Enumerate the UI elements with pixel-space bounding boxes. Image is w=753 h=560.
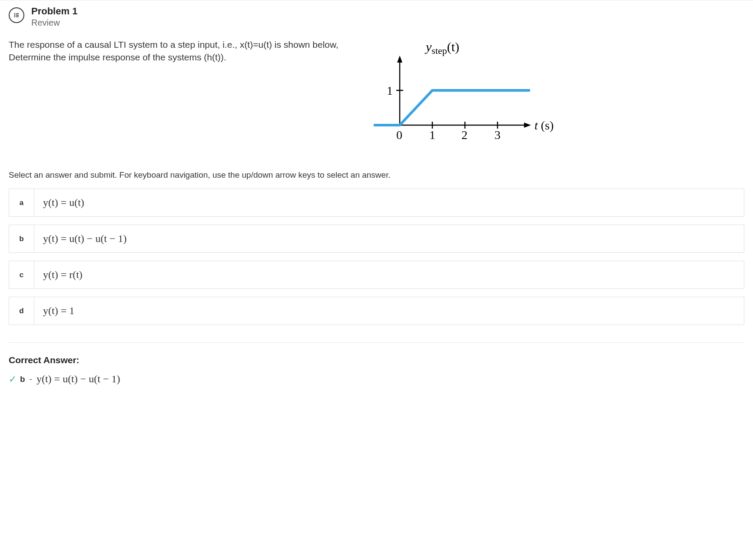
problem-header: Problem 1 Review xyxy=(9,6,744,28)
bullet-list-icon xyxy=(13,12,20,18)
correct-answer: ✓ b - y(t) = u(t) − u(t − 1) xyxy=(9,373,744,385)
svg-point-0 xyxy=(14,13,15,14)
x-axis-arrow-icon xyxy=(524,123,531,128)
y-axis-arrow-icon xyxy=(397,56,402,63)
option-c[interactable]: c y(t) = r(t) xyxy=(9,261,744,289)
svg-point-2 xyxy=(14,15,15,16)
correct-answer-dash: - xyxy=(30,374,32,384)
option-letter: c xyxy=(9,261,34,288)
y-tick-label: 1 xyxy=(387,84,393,97)
correct-answer-letter: b xyxy=(20,374,25,384)
correct-answer-label: Correct Answer: xyxy=(9,355,744,365)
graph-svg: ystep(t) 1 0 1 2 3 xyxy=(365,38,556,156)
instruction-text: Select an answer and submit. For keyboar… xyxy=(9,170,744,180)
svg-point-4 xyxy=(14,16,15,17)
option-b[interactable]: b y(t) = u(t) − u(t − 1) xyxy=(9,225,744,253)
divider xyxy=(9,342,744,343)
problem-title: Problem 1 xyxy=(31,6,77,17)
svg-rect-3 xyxy=(16,15,19,16)
question-line1: The response of a causal LTI system to a… xyxy=(9,40,338,50)
y-axis-label: ystep(t) xyxy=(425,40,459,56)
x-axis-label: t (s) xyxy=(534,119,554,132)
step-response-curve xyxy=(374,90,530,125)
x-tick-label-0: 0 xyxy=(396,128,402,142)
option-d[interactable]: d y(t) = 1 xyxy=(9,297,744,325)
question-line2: Determine the impulse response of the sy… xyxy=(9,52,226,62)
option-text: y(t) = 1 xyxy=(34,297,83,325)
problem-panel: Problem 1 Review The response of a causa… xyxy=(0,0,753,398)
svg-rect-5 xyxy=(16,17,19,17)
option-letter: a xyxy=(9,189,34,216)
options-list: a y(t) = u(t) b y(t) = u(t) − u(t − 1) c… xyxy=(9,189,744,325)
option-text: y(t) = u(t) − u(t − 1) xyxy=(34,225,136,252)
correct-answer-text: y(t) = u(t) − u(t − 1) xyxy=(36,373,120,385)
x-tick-label-2: 2 xyxy=(461,128,468,142)
question-text: The response of a causal LTI system to a… xyxy=(9,38,348,64)
question-row: The response of a causal LTI system to a… xyxy=(9,38,744,157)
list-icon xyxy=(9,7,24,23)
option-letter: b xyxy=(9,225,34,252)
check-icon: ✓ xyxy=(9,374,17,385)
step-response-graph: ystep(t) 1 0 1 2 3 xyxy=(365,38,556,157)
header-text: Problem 1 Review xyxy=(31,6,77,28)
option-a[interactable]: a y(t) = u(t) xyxy=(9,189,744,217)
svg-rect-1 xyxy=(16,13,19,14)
problem-subtitle: Review xyxy=(31,18,77,28)
x-tick-label-3: 3 xyxy=(494,128,501,142)
option-text: y(t) = u(t) xyxy=(34,189,93,216)
option-text: y(t) = r(t) xyxy=(34,261,91,288)
x-tick-label-1: 1 xyxy=(429,128,435,142)
option-letter: d xyxy=(9,297,34,325)
